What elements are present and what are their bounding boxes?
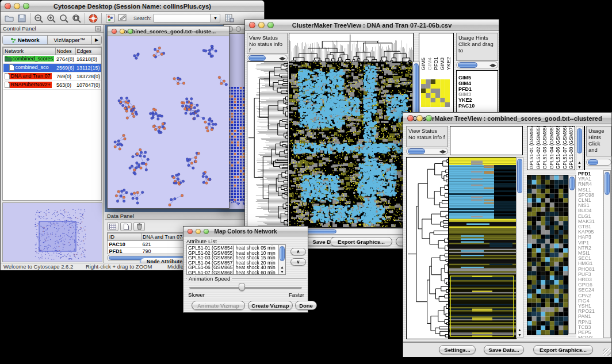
treeview2-titlebar[interactable]: ClusterMaker TreeView : combined_scores_… [403,113,611,124]
column-label[interactable]: GIM3 [439,58,445,70]
map-dialog-titlebar[interactable]: Map Colors to Network [183,227,308,236]
column-label[interactable]: GPL51-03 (GSM856) [542,126,548,169]
zoom-button[interactable] [267,22,274,28]
treeview2-button-export-graphics---[interactable]: Export Graphics... [533,345,593,354]
minimize-button[interactable] [14,3,20,9]
main-heatmap-2[interactable] [449,157,517,339]
search-dropdown-button[interactable]: ▼ [211,14,220,22]
zoom-selected-icon[interactable] [58,13,70,24]
tab-overflow-arrow[interactable]: ▶ [92,36,101,44]
status-zoom-hint: Right-click + drag to ZOOM [86,263,152,270]
row-labels-panel-2: PFD1YRA1RNR4MSL1SPC98CLN1NIS1BUD4ELG1MAK… [576,170,603,338]
detail-column-labels: GIM5GIM4PFD1GIM3YKE2PAC10 [420,35,454,70]
main-toolbar: Search: ▼ [1,12,264,25]
column-label[interactable]: GPL51-02 (GSM855) [536,126,541,169]
network-nodes: 563(0) [55,81,75,90]
column-label[interactable]: GIM4 [427,58,433,70]
row-label[interactable]: PAC10 [458,104,475,109]
close-button[interactable] [249,22,255,28]
animate-vizmap-button[interactable]: Animate Vizmap [192,301,245,310]
gene-label[interactable]: MON2 [578,335,595,338]
row-dendrogram-1[interactable] [247,62,288,228]
move-up-button[interactable]: ∧ [290,248,306,255]
detail2-vscrollbar[interactable] [568,175,576,334]
close-button[interactable] [188,229,193,234]
move-down-button[interactable]: ∨ [290,258,306,266]
tab-network[interactable]: Network [3,36,48,44]
minimize-button[interactable] [416,115,423,121]
attribute-table-icon[interactable] [107,222,118,231]
treeview1-button-export-graphics---[interactable]: Export Graphics... [330,237,392,246]
detail-heatmap-2[interactable] [527,175,568,335]
birdseye-view[interactable] [2,202,102,262]
column-dendrogram-2[interactable] [450,126,523,155]
attribute-list-scrollbar[interactable]: ▲▼ [278,245,285,274]
open-folder-icon[interactable] [3,13,16,24]
column-label[interactable]: YKE2 [446,57,452,70]
zoom-button[interactable] [204,229,209,234]
network-table-row[interactable]: combined_scores2764(0)16218(0) [3,55,102,64]
help-lifesaver-icon[interactable] [87,13,100,24]
slider-thumb[interactable] [239,283,245,291]
heatmap2-vscrollbar[interactable]: ▲▼ [516,157,523,338]
column-dendrogram-1[interactable] [289,33,414,62]
vizmapper-nodes-icon[interactable] [104,13,116,24]
animation-speed-slider[interactable] [189,287,302,289]
view-status-scrollbar[interactable]: ◀▶ [247,55,288,62]
network-window1-titlebar[interactable]: combined_scores_good.txt--cluste... [108,26,229,36]
network-table-row[interactable]: RNAPuberNov2+563(0)107847(0) [3,81,102,90]
network-nodes: 2764(0) [55,55,75,64]
column-label[interactable]: GPL51-04 (GSM857) [549,126,554,169]
minimize-button[interactable] [120,29,125,34]
close-button[interactable] [407,115,414,121]
main-titlebar[interactable]: Cytoscape Desktop (Session Name: collins… [1,1,264,12]
resize-grip[interactable] [603,348,611,356]
tab-vizmapper[interactable]: VizMapper™ [48,36,93,44]
treeview2-button-save-data---[interactable]: Save Data... [484,345,524,354]
treeview1-titlebar[interactable]: ClusterMaker TreeView : DNA and Tran 07-… [245,20,499,31]
import-table-icon[interactable] [223,13,236,24]
row-labels-scrollbar[interactable] [603,170,611,338]
row-dendrogram-2[interactable] [406,157,449,339]
minimize-button[interactable] [258,22,265,28]
column-label[interactable]: GPL51-08 (GSM872) [568,126,574,169]
control-panel: Control Panel Network VizMapper™ ▶ Netwo… [1,25,104,263]
close-button[interactable] [5,3,11,9]
column-label[interactable]: GPL51-06 (GSM865) [555,126,561,169]
delete-attribute-icon[interactable] [133,222,145,231]
treeview2-button-settings---[interactable]: Settings... [439,345,476,354]
usage-hints-scrollbar[interactable]: ◀▶ [456,62,498,68]
network-table-header[interactable]: Network Nodes Edges [3,48,102,55]
attribute-list-item[interactable]: GPL51-07 (GSM868) heat shock 60 min [188,270,277,275]
done-button[interactable]: Done [295,301,317,310]
view-status-scrollbar[interactable]: ◀▶ [406,148,448,155]
new-attribute-icon[interactable] [120,222,132,231]
zoom-in-icon[interactable] [45,13,58,24]
column-label[interactable]: PAC10 [452,54,454,70]
float-panel-icon[interactable] [95,26,101,32]
column-label[interactable]: GIM5 [420,58,426,70]
detail-heatmap-1[interactable] [421,79,450,107]
zoom-fit-icon[interactable] [70,13,83,24]
network-view-1[interactable] [108,36,229,208]
minimize-button[interactable] [196,229,201,234]
window-controls[interactable] [5,3,29,9]
zoom-button[interactable] [426,115,432,121]
close-button[interactable] [112,29,117,34]
create-vizmap-button[interactable]: Create Vizmap [248,301,293,310]
column-labels-scrollbar[interactable]: ▲▼ [576,126,583,170]
search-input[interactable] [154,14,211,22]
toolbar-separator [101,13,102,24]
zoom-button[interactable] [23,3,29,9]
column-label[interactable]: GPL51-07 (GSM868) [562,126,568,169]
network-table-row[interactable]: DNA and Tran 07769(0)183728(0) [3,72,102,81]
usage-hints-scrollbar[interactable] [586,159,611,166]
column-label[interactable]: GPL51-01 (GSM854) [529,126,534,169]
network-table-row[interactable]: combined_sco2569(6)13112(15) [3,64,102,72]
save-icon[interactable] [16,13,28,24]
annotation-icon[interactable] [116,13,129,24]
zoom-out-icon[interactable] [32,13,45,24]
column-label[interactable]: PFD1 [433,57,439,70]
main-heatmap-1[interactable] [289,62,413,228]
zoom-button[interactable] [128,29,133,34]
